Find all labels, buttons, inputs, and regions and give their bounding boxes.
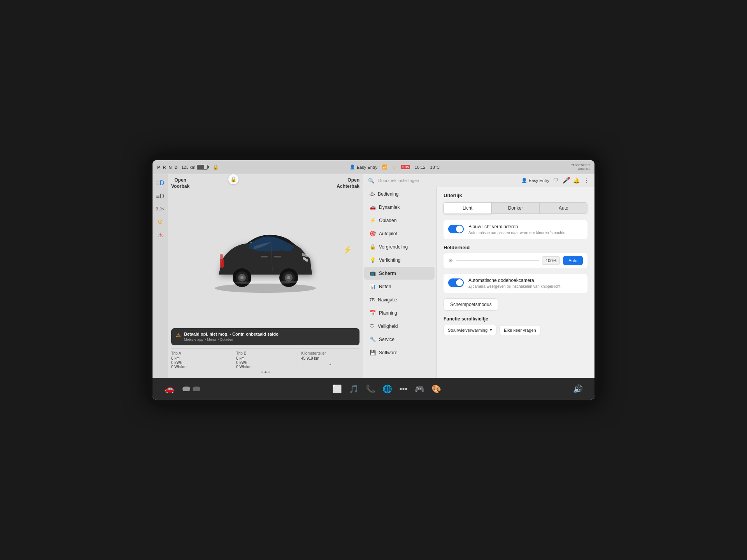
brightness-section: Helderheid ☀ 100% Auto bbox=[444, 245, 587, 268]
nav-planning[interactable]: 📅 Planning bbox=[364, 306, 435, 319]
dock-car-icon[interactable]: 🚗 bbox=[164, 384, 175, 394]
battery-section: 123 km bbox=[181, 165, 209, 170]
nav-software[interactable]: 💾 Software bbox=[364, 346, 435, 359]
appear-btn-licht[interactable]: Licht bbox=[444, 202, 491, 214]
sidebar-icon-tire[interactable]: ⊙ bbox=[156, 216, 164, 227]
left-panel: ≡D ≡D 3D< ⊙ ⚠ Open Voorbak 🔓 bbox=[153, 174, 363, 378]
dodehoekcamera-title: Automatische dodehoekcamera bbox=[468, 278, 583, 283]
dock-games-icon[interactable]: 🎮 bbox=[415, 384, 424, 394]
nav-service[interactable]: 🔧 Service bbox=[364, 333, 435, 346]
search-icon: 🔍 bbox=[368, 178, 374, 184]
scherm-icon: 📺 bbox=[370, 270, 376, 276]
dodehoekcamera-knob bbox=[456, 279, 463, 286]
status-bar: P R N D 123 km 🔒 👤 Easy Entry 📶 🛡 S bbox=[153, 160, 594, 174]
temperature-display: 18°C bbox=[430, 165, 440, 170]
scroll-other-value: Elke keer vragen bbox=[504, 328, 536, 332]
header-profile: 👤 Easy Entry bbox=[521, 178, 549, 183]
trip-a: Trip A 0 km 0 kWh 0 Wh/km bbox=[171, 351, 230, 369]
wifi-icon: 📶 bbox=[382, 164, 388, 170]
sidebar-icon-fog[interactable]: 3D< bbox=[154, 205, 166, 213]
nav-bediening[interactable]: 🕹 Bediening bbox=[364, 187, 435, 200]
nav-opladen[interactable]: ⚡ Opladen bbox=[364, 214, 435, 227]
shield-icon: 🛡 bbox=[392, 165, 396, 170]
dock-home-icon[interactable]: ⬜ bbox=[332, 384, 342, 394]
dock-apps-icon[interactable]: 🎨 bbox=[431, 384, 441, 394]
open-voorbak[interactable]: Open Voorbak bbox=[171, 177, 189, 189]
profile-person-icon: 👤 bbox=[521, 178, 527, 183]
dock-browser-icon[interactable]: 🌐 bbox=[382, 384, 392, 394]
blauw-licht-row: Blauw licht verminderen Automatisch aanp… bbox=[444, 220, 587, 239]
dock-left: 🚗 bbox=[164, 384, 200, 394]
nav-ritten-label: Ritten bbox=[379, 284, 391, 289]
nav-dynamiek[interactable]: 🚗 Dynamiek bbox=[364, 201, 435, 214]
service-icon: 🔧 bbox=[370, 336, 376, 342]
sidebar-icon-warning[interactable]: ⚠ bbox=[156, 230, 165, 240]
nav-software-label: Software bbox=[379, 350, 397, 355]
scroll-dropdown-other[interactable]: Elke keer vragen bbox=[500, 325, 540, 335]
svg-rect-3 bbox=[274, 256, 281, 257]
auto-button[interactable]: Auto bbox=[563, 256, 583, 265]
volume-icon[interactable]: 🔔 bbox=[573, 177, 580, 184]
open-achterbak[interactable]: Open Achterbak bbox=[337, 177, 359, 189]
nav-navigatie-label: Navigatie bbox=[378, 297, 397, 303]
battery-icon bbox=[197, 165, 209, 170]
microphone-icon[interactable]: 🎤 bbox=[563, 177, 569, 184]
settings-header: 🔍 Doorzoek instellingen 👤 Easy Entry 🛡 🎤… bbox=[363, 174, 594, 187]
ritten-icon: 📊 bbox=[370, 284, 376, 289]
settings-content: Uiterlijk Licht Donker Auto bbox=[437, 187, 594, 378]
lock-button[interactable]: 🔓 bbox=[228, 174, 238, 184]
scroll-dropdown[interactable]: Stuurwielverwarming ▾ bbox=[444, 325, 496, 335]
scroll-row: Stuurwielverwarming ▾ Elke keer vragen bbox=[444, 325, 587, 335]
blauw-licht-toggle[interactable] bbox=[448, 225, 464, 233]
scroll-dropdown-value: Stuurwielverwarming bbox=[448, 328, 487, 332]
nav-verlichting[interactable]: 💡 Verlichting bbox=[364, 254, 435, 266]
bottom-dock: 🚗 ⬜ 🎵 📞 🌐 ••• 🎮 🎨 🔊 bbox=[153, 378, 594, 400]
nav-veiligheid[interactable]: 🛡 Veiligheid bbox=[364, 320, 435, 332]
nav-ritten[interactable]: 📊 Ritten bbox=[364, 280, 435, 293]
right-panel: 🔍 Doorzoek instellingen 👤 Easy Entry 🛡 🎤… bbox=[363, 174, 594, 378]
status-bar-left: P R N D 123 km 🔒 bbox=[157, 164, 219, 170]
page-dots bbox=[171, 370, 359, 375]
sidebar-icon-headlights[interactable]: ≡D bbox=[154, 178, 166, 188]
dodehoekcamera-toggle[interactable] bbox=[448, 278, 464, 287]
profile-label: Easy Entry bbox=[357, 165, 377, 170]
screen-inner: P R N D 123 km 🔒 👤 Easy Entry 📶 🛡 S bbox=[153, 160, 594, 400]
notification-banner[interactable]: ⚠ Betaald opl. niet mog. - Contr. onbeta… bbox=[171, 328, 359, 345]
nav-vergrendeling-label: Vergrendeling bbox=[379, 244, 408, 250]
nav-veiligheid-label: Veiligheid bbox=[378, 324, 398, 329]
dock-scroll-dots bbox=[182, 387, 200, 391]
nav-autopilot[interactable]: 🎯 Autopilot bbox=[364, 227, 435, 240]
dock-volume-icon[interactable]: 🔊 bbox=[573, 384, 583, 394]
vergrendeling-icon: 🔒 bbox=[370, 244, 376, 250]
chevron-down-icon: ▾ bbox=[490, 327, 492, 332]
appear-btn-auto[interactable]: Auto bbox=[540, 202, 587, 214]
dock-spotify-icon[interactable]: 🎵 bbox=[349, 384, 359, 394]
nav-vergrendeling[interactable]: 🔒 Vergrendeling bbox=[364, 240, 435, 253]
schermpoetsmodus-button[interactable]: Schermpoetsmodus bbox=[444, 298, 498, 311]
dock-center: ⬜ 🎵 📞 🌐 ••• 🎮 🎨 bbox=[332, 384, 441, 394]
brightness-slider[interactable] bbox=[456, 260, 539, 261]
dynamiek-icon: 🚗 bbox=[370, 204, 376, 210]
search-input[interactable]: Doorzoek instellingen bbox=[378, 178, 517, 183]
nav-verlichting-label: Verlichting bbox=[379, 257, 400, 263]
dock-more-icon[interactable]: ••• bbox=[399, 385, 407, 394]
scroll-section: Functie scrollwieltje Stuurwielverwarmin… bbox=[444, 316, 587, 335]
svg-point-9 bbox=[240, 276, 244, 279]
appear-btn-donker[interactable]: Donker bbox=[491, 202, 539, 214]
status-bar-right: PASSENGERAIRBAG bbox=[571, 163, 590, 171]
sidebar-icon-beams[interactable]: ≡D bbox=[154, 191, 166, 201]
nav-scherm[interactable]: 📺 Scherm bbox=[364, 267, 435, 280]
autopilot-icon: 🎯 bbox=[370, 231, 376, 236]
car-svg bbox=[203, 220, 328, 298]
menu-icon[interactable]: ⋮ bbox=[584, 177, 589, 184]
nav-navigatie[interactable]: 🗺 Navigatie bbox=[364, 293, 435, 306]
status-bar-center: 👤 Easy Entry 📶 🛡 SOS 10:12 18°C bbox=[219, 164, 571, 170]
nav-opladen-label: Opladen bbox=[379, 218, 396, 223]
page-dot-2 bbox=[265, 371, 267, 373]
opladen-icon: ⚡ bbox=[370, 217, 376, 223]
dock-phone-icon[interactable]: 📞 bbox=[366, 384, 375, 394]
lock-icon: 🔒 bbox=[212, 164, 219, 170]
appearance-buttons: Licht Donker Auto bbox=[444, 202, 587, 214]
shield-header-icon[interactable]: 🛡 bbox=[553, 177, 559, 184]
nav-autopilot-label: Autopilot bbox=[379, 231, 397, 236]
